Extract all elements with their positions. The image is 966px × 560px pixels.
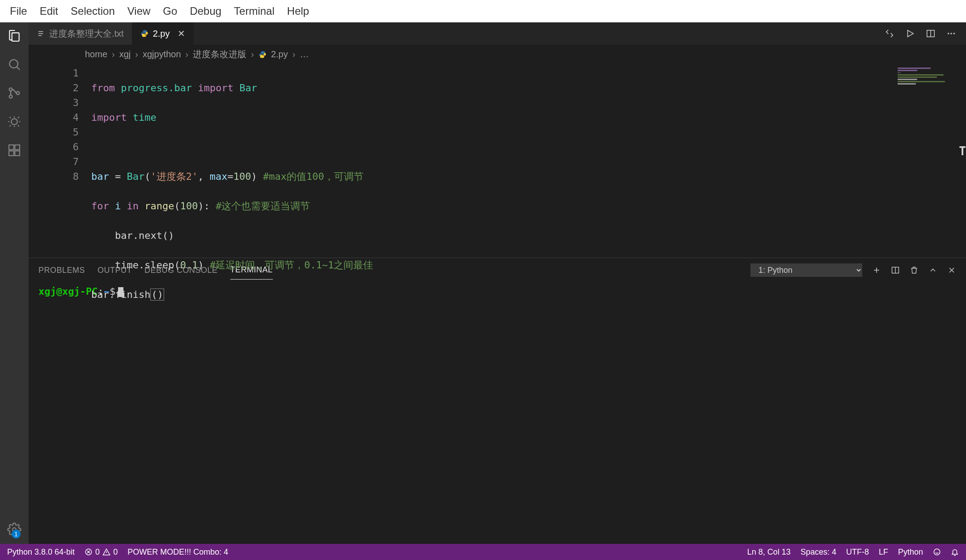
tab-file-2[interactable]: 2.py ✕ xyxy=(132,22,194,45)
menu-file[interactable]: File xyxy=(4,2,33,20)
menu-view[interactable]: View xyxy=(122,2,156,20)
crumb[interactable]: xgjpython xyxy=(143,49,181,59)
menu-go[interactable]: Go xyxy=(157,2,182,20)
svg-point-0 xyxy=(9,59,18,68)
menu-selection[interactable]: Selection xyxy=(65,2,120,20)
crumb[interactable]: home xyxy=(85,49,107,59)
status-python-version[interactable]: Python 3.8.0 64-bit xyxy=(7,547,75,557)
editor-area: 进度条整理大全.txt 2.py ✕ xyxy=(29,22,966,544)
menubar: File Edit Selection View Go Debug Termin… xyxy=(0,0,966,22)
line-gutter: 1 2 3 4 5 6 7 8 xyxy=(29,64,91,258)
python-file-icon xyxy=(140,30,148,38)
svg-point-1 xyxy=(9,88,13,91)
svg-rect-7 xyxy=(15,151,20,156)
extensions-icon[interactable] xyxy=(6,142,22,158)
svg-rect-6 xyxy=(9,151,14,156)
svg-point-4 xyxy=(11,119,17,124)
feedback-icon[interactable] xyxy=(933,548,941,556)
menu-edit[interactable]: Edit xyxy=(34,2,64,20)
tab-label: 2.py xyxy=(153,29,170,39)
settings-icon[interactable]: 1 xyxy=(6,522,22,538)
status-lncol[interactable]: Ln 8, Col 13 xyxy=(747,547,791,557)
svg-point-2 xyxy=(9,95,13,98)
status-powermode[interactable]: POWER MODE!!! Combo: 4 xyxy=(127,547,228,557)
crumb[interactable]: xgj xyxy=(119,49,131,59)
text-ruler-icon: T xyxy=(959,144,966,158)
notifications-icon[interactable] xyxy=(951,548,959,556)
tab-label: 进度条整理大全.txt xyxy=(49,28,124,40)
svg-rect-8 xyxy=(15,145,20,150)
main-area: 1 进度条整理大全.txt 2.py ✕ xyxy=(0,22,966,544)
activitybar: 1 xyxy=(0,22,29,544)
run-icon[interactable] xyxy=(905,29,915,38)
minimap[interactable] xyxy=(894,64,966,258)
svg-point-13 xyxy=(950,33,952,34)
status-eol[interactable]: LF xyxy=(879,547,888,557)
svg-rect-5 xyxy=(9,145,14,150)
crumb[interactable]: 进度条改进版 xyxy=(193,48,246,60)
tabbar: 进度条整理大全.txt 2.py ✕ xyxy=(29,22,966,45)
code-editor[interactable]: 1 2 3 4 5 6 7 8 from progress.bar import… xyxy=(29,64,966,258)
explorer-icon[interactable] xyxy=(6,28,22,44)
editor-actions xyxy=(885,22,966,45)
breadcrumb[interactable]: home› xgj› xgjpython› 进度条改进版› 2.py› … xyxy=(29,45,966,64)
svg-marker-10 xyxy=(908,30,914,37)
code-content[interactable]: from progress.bar import Bar import time… xyxy=(91,64,966,258)
crumb-file[interactable]: 2.py xyxy=(271,49,288,59)
more-actions-icon[interactable] xyxy=(946,29,956,38)
svg-point-14 xyxy=(953,33,955,34)
source-control-icon[interactable] xyxy=(6,85,22,101)
python-file-icon xyxy=(258,51,267,59)
panel-tab-problems[interactable]: PROBLEMS xyxy=(38,261,85,280)
search-icon[interactable] xyxy=(6,56,22,72)
svg-point-3 xyxy=(17,92,20,95)
status-indent[interactable]: Spaces: 4 xyxy=(801,547,836,557)
debug-icon[interactable] xyxy=(6,114,22,130)
close-icon[interactable]: ✕ xyxy=(178,28,185,39)
crumb-trail[interactable]: … xyxy=(300,49,309,59)
menu-help[interactable]: Help xyxy=(282,2,314,20)
status-problems[interactable]: 0 0 xyxy=(85,547,118,557)
split-editor-icon[interactable] xyxy=(926,29,936,38)
statusbar: Python 3.8.0 64-bit 0 0 POWER MODE!!! Co… xyxy=(0,544,966,560)
svg-point-12 xyxy=(948,33,949,34)
settings-badge: 1 xyxy=(12,530,21,539)
compare-changes-icon[interactable] xyxy=(885,29,894,38)
terminal-user: xgj@xgj-PC xyxy=(38,286,97,297)
menu-terminal[interactable]: Terminal xyxy=(229,2,280,20)
text-file-icon xyxy=(37,30,45,38)
status-language[interactable]: Python xyxy=(898,547,923,557)
tab-file-1[interactable]: 进度条整理大全.txt xyxy=(29,22,132,45)
svg-point-17 xyxy=(934,549,940,555)
menu-debug[interactable]: Debug xyxy=(184,2,227,20)
status-encoding[interactable]: UTF-8 xyxy=(846,547,869,557)
